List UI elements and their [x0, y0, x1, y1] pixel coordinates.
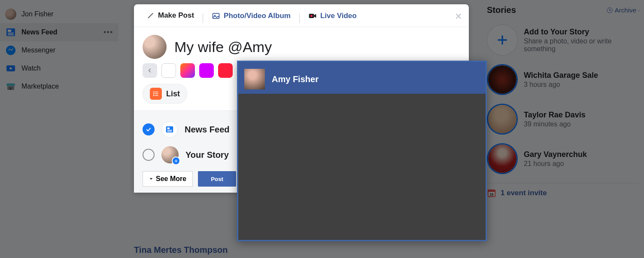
svg-rect-3	[8, 34, 14, 35]
story-thumb	[488, 105, 516, 133]
sidebar-item-label: Marketplace	[21, 83, 59, 90]
tab-make-post[interactable]: Make Post	[141, 9, 200, 27]
messenger-icon	[5, 45, 16, 56]
story-item[interactable]: Wichita Garage Sale 3 hours ago	[487, 60, 640, 99]
plus-badge-icon: +	[172, 157, 180, 165]
svg-text:16: 16	[489, 193, 494, 197]
live-video-icon	[308, 12, 317, 20]
profile-name: Jon Fisher	[21, 10, 54, 18]
calendar-icon: 16	[487, 188, 496, 198]
archive-link[interactable]: Archive ·	[606, 6, 640, 14]
mention-avatar	[244, 69, 265, 89]
bg-swatch-gradient[interactable]	[180, 63, 195, 78]
chevron-left-icon	[147, 68, 153, 74]
see-more-button[interactable]: See More	[143, 171, 193, 187]
sidebar-profile[interactable]: Jon Fisher	[0, 5, 118, 23]
archive-icon	[606, 7, 613, 14]
caret-down-icon	[149, 177, 153, 181]
pencil-icon	[147, 12, 155, 19]
sidebar-item-label: Messenger	[21, 46, 55, 54]
bg-swatch-red[interactable]	[218, 63, 233, 78]
add-story-title: Add to Your Story	[524, 28, 640, 37]
add-story-icon	[487, 25, 518, 55]
sidebar-item-label: News Feed	[21, 28, 58, 36]
svg-point-18	[153, 93, 155, 95]
sidebar-item-label: Watch	[21, 64, 41, 72]
radio-checked-icon	[143, 123, 155, 135]
list-chip[interactable]: List	[143, 84, 187, 104]
svg-rect-24	[167, 130, 172, 131]
left-sidebar: Jon Fisher News Feed ••• Messenger Watch…	[0, 0, 118, 258]
story-item[interactable]: Gary Vaynerchuk 21 hours ago	[487, 139, 640, 178]
event-invite-row[interactable]: 16 1 event invite	[487, 183, 640, 203]
bg-swatch-magenta[interactable]	[199, 63, 214, 78]
sidebar-item-messenger[interactable]: Messenger	[0, 41, 118, 59]
composer-input[interactable]	[174, 39, 460, 55]
svg-point-15	[310, 15, 313, 17]
svg-rect-1	[8, 30, 11, 32]
svg-rect-2	[8, 33, 14, 34]
sidebar-item-watch[interactable]: Watch	[0, 59, 118, 77]
marketplace-icon	[5, 81, 16, 92]
svg-point-20	[153, 95, 155, 96]
svg-rect-17	[155, 92, 158, 92]
watch-icon	[5, 63, 16, 74]
add-story-sub: Share a photo, video or write something	[524, 37, 640, 53]
sidebar-item-news-feed[interactable]: News Feed •••	[0, 23, 118, 41]
stories-heading: Stories	[487, 5, 516, 15]
svg-rect-21	[155, 95, 158, 95]
bg-swatch-none[interactable]	[161, 63, 176, 78]
tab-photo-video[interactable]: Photo/Video Album	[206, 9, 297, 26]
composer-avatar	[143, 35, 167, 59]
swatch-prev[interactable]	[143, 63, 157, 78]
news-feed-dest-icon	[161, 121, 178, 138]
list-icon	[150, 88, 162, 100]
close-icon[interactable]: ×	[455, 9, 462, 23]
svg-rect-7	[9, 87, 12, 90]
your-story-avatar: +	[161, 146, 179, 163]
story-thumb	[488, 144, 516, 173]
svg-point-16	[153, 92, 155, 93]
add-story-row[interactable]: Add to Your Story Share a photo, video o…	[487, 20, 640, 60]
avatar	[5, 9, 16, 20]
tab-live-video[interactable]: Live Video	[302, 9, 363, 26]
story-thumb	[488, 65, 516, 94]
more-icon[interactable]: •••	[103, 28, 113, 36]
mention-dropdown: Amy Fisher	[237, 61, 487, 241]
svg-rect-10	[488, 190, 495, 192]
svg-rect-19	[155, 93, 158, 94]
feed-post-author[interactable]: Tina Mertes Thompson	[134, 245, 469, 255]
svg-rect-25	[167, 132, 172, 132]
photo-album-icon	[212, 12, 220, 20]
mention-suggestion[interactable]: Amy Fisher	[238, 64, 486, 94]
svg-rect-23	[167, 127, 170, 129]
right-sidebar: Stories Archive · Add to Your Story Shar…	[479, 0, 644, 258]
post-button[interactable]: Post	[198, 171, 236, 187]
news-feed-icon	[5, 27, 16, 38]
radio-unchecked-icon	[143, 149, 155, 161]
sidebar-item-marketplace[interactable]: Marketplace	[0, 77, 118, 95]
story-item[interactable]: Taylor Rae Davis 39 minutes ago	[487, 99, 640, 139]
svg-point-4	[6, 46, 15, 55]
